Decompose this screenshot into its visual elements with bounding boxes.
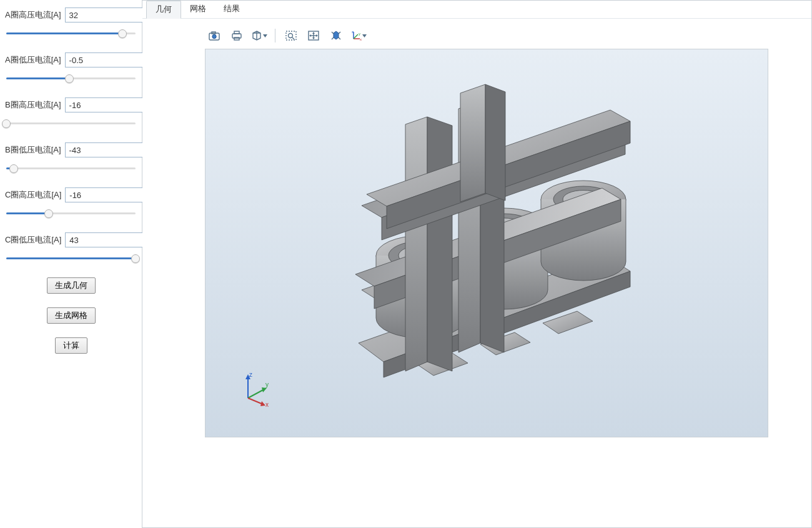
svg-marker-16 (312, 37, 315, 39)
param-b-hv-slider[interactable] (6, 119, 136, 127)
generate-mesh-button[interactable]: 生成网格 (47, 307, 96, 324)
svg-marker-48 (405, 117, 427, 371)
param-a-hv: A圈高压电流[A] (5, 7, 137, 37)
param-label: C圈高压电流[A] (5, 189, 61, 201)
param-label: C圈低压电流[A] (5, 234, 61, 246)
param-label: B圈高压电流[A] (5, 99, 61, 111)
pan-icon[interactable] (304, 26, 323, 45)
tab-mesh[interactable]: 网格 (181, 1, 215, 18)
zoom-extents-icon[interactable] (327, 26, 345, 45)
parameter-sidebar: A圈高压电流[A] A圈低压电流[A] B圈高压电流[A] (0, 0, 142, 528)
param-label: A圈低压电流[A] (5, 54, 61, 66)
svg-line-20 (332, 32, 334, 34)
svg-line-22 (332, 37, 334, 39)
svg-line-60 (248, 389, 264, 398)
axis-triad-icon[interactable]: yxz (349, 26, 368, 45)
svg-point-10 (289, 34, 293, 38)
param-a-hv-slider[interactable] (6, 29, 136, 37)
svg-line-26 (354, 34, 358, 39)
main-panel: 几何 网格 结果 (142, 0, 812, 528)
axis-z-label: z (249, 371, 252, 378)
generate-geometry-button[interactable]: 生成几何 (47, 277, 96, 294)
svg-point-2 (212, 34, 216, 38)
geometry-viewport[interactable]: z y x (205, 49, 768, 437)
axis-gizmo: z y x (237, 371, 274, 408)
svg-marker-19 (334, 31, 339, 39)
svg-line-23 (339, 37, 340, 39)
display-mode-icon[interactable] (250, 26, 269, 45)
svg-marker-56 (460, 84, 485, 202)
compute-button[interactable]: 计算 (55, 337, 87, 354)
svg-marker-57 (485, 84, 505, 201)
svg-marker-61 (262, 387, 267, 392)
svg-line-62 (248, 398, 263, 404)
param-a-lv: A圈低压电流[A] (5, 52, 137, 82)
svg-rect-5 (234, 37, 239, 40)
axis-x-label: x (265, 401, 269, 408)
svg-text:x: x (360, 37, 362, 41)
axis-y-label: y (265, 381, 269, 388)
svg-line-21 (339, 32, 340, 34)
zoom-box-icon[interactable] (282, 26, 300, 45)
viewport-toolbar: yxz (205, 26, 368, 45)
svg-marker-15 (312, 32, 315, 34)
param-c-lv: C圈低压电流[A] (5, 232, 137, 262)
param-c-hv-slider[interactable] (6, 209, 136, 217)
svg-line-11 (292, 37, 294, 39)
svg-marker-49 (427, 117, 452, 371)
svg-text:z: z (352, 30, 354, 34)
tab-geometry[interactable]: 几何 (146, 1, 181, 19)
tab-bar: 几何 网格 结果 (142, 1, 811, 19)
param-a-lv-slider[interactable] (6, 74, 136, 82)
toolbar-separator (275, 29, 275, 42)
param-c-hv: C圈高压电流[A] (5, 187, 137, 217)
svg-rect-9 (286, 31, 296, 40)
snapshot-icon[interactable] (205, 26, 224, 45)
param-b-lv-slider[interactable] (6, 164, 136, 172)
print-icon[interactable] (227, 26, 246, 45)
svg-marker-18 (316, 34, 318, 37)
param-b-hv: B圈高压电流[A] (5, 97, 137, 127)
svg-marker-63 (260, 401, 265, 406)
param-label: A圈高压电流[A] (5, 9, 61, 21)
param-label: B圈低压电流[A] (5, 144, 61, 156)
transformer-model (205, 49, 768, 437)
param-c-lv-slider[interactable] (6, 254, 136, 262)
svg-marker-17 (309, 34, 311, 37)
svg-text:y: y (359, 32, 360, 36)
param-b-lv: B圈低压电流[A] (5, 142, 137, 172)
svg-rect-4 (234, 31, 239, 34)
tab-results[interactable]: 结果 (215, 1, 249, 18)
